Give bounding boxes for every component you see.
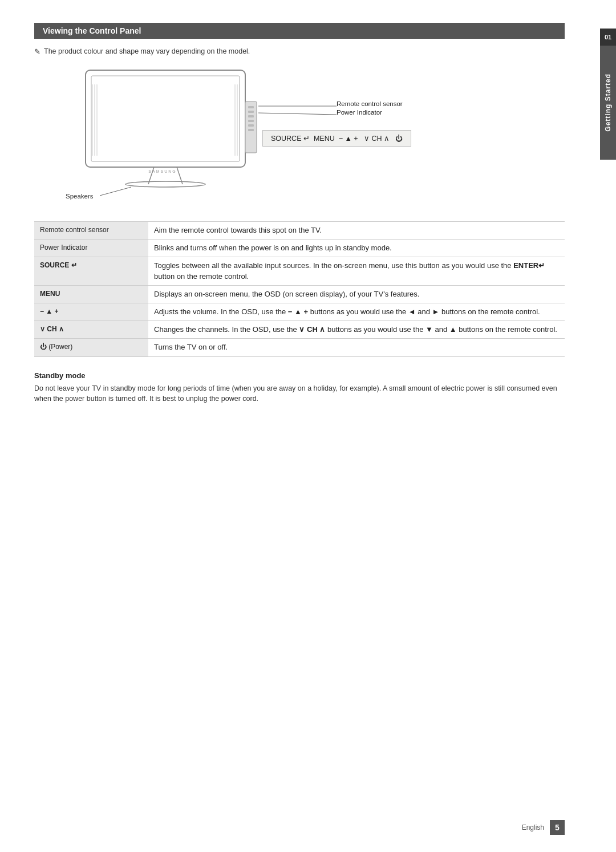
svg-rect-12	[248, 129, 254, 131]
table-cell-label: Remote control sensor	[34, 222, 148, 240]
table-row: ∨ CH ∧ Changes the channels. In the OSD,…	[34, 321, 565, 339]
section-title-bar: Viewing the Control Panel	[34, 23, 565, 39]
svg-rect-11	[248, 124, 254, 127]
table-row: − ▲ + Adjusts the volume. In the OSD, us…	[34, 303, 565, 320]
table-cell-desc: Changes the channels. In the OSD, use th…	[148, 321, 565, 339]
getting-started-tab: Getting Started	[600, 46, 616, 160]
svg-rect-6	[245, 102, 257, 153]
table-cell-desc: Adjusts the volume. In the OSD, use the …	[148, 303, 565, 320]
table-cell-desc: Turns the TV on or off.	[148, 339, 565, 356]
table-cell-label: SOURCE ↵	[34, 257, 148, 285]
speakers-label: Speakers	[66, 193, 94, 200]
svg-rect-7	[248, 106, 254, 108]
note-text: The product colour and shape may vary de…	[44, 47, 250, 55]
svg-rect-9	[248, 115, 254, 117]
sidebar-label: Getting Started	[604, 74, 612, 132]
standby-title: Standby mode	[34, 371, 565, 380]
table-row: MENU Displays an on-screen menu, the OSD…	[34, 285, 565, 303]
note-icon: ✎	[34, 47, 40, 56]
table-cell-desc: Blinks and turns off when the power is o…	[148, 240, 565, 257]
footer-page-number: 5	[550, 820, 565, 835]
svg-rect-8	[248, 111, 254, 113]
control-bar: SOURCE ↵ MENU − ▲ + ∨ CH ∧ ⏻	[262, 130, 411, 147]
section-title: Viewing the Control Panel	[43, 26, 141, 35]
table-row: Power Indicator Blinks and turns off whe…	[34, 240, 565, 257]
tv-diagram: SAMSUNG	[34, 64, 565, 213]
svg-rect-0	[86, 70, 245, 167]
table-cell-desc: Aim the remote control towards this spot…	[148, 222, 565, 240]
standby-text: Do not leave your TV in standby mode for…	[34, 383, 565, 405]
svg-rect-1	[91, 76, 240, 161]
table-cell-label: Power Indicator	[34, 240, 148, 257]
table-row: Remote control sensor Aim the remote con…	[34, 222, 565, 240]
table-cell-label: MENU	[34, 285, 148, 303]
standby-section: Standby mode Do not leave your TV in sta…	[34, 371, 565, 405]
note-line: ✎ The product colour and shape may vary …	[34, 47, 565, 56]
table-cell-desc: Toggles between all the available input …	[148, 257, 565, 285]
control-bar-text: SOURCE ↵ MENU − ▲ + ∨ CH ∧ ⏻	[271, 134, 403, 143]
main-content: Viewing the Control Panel ✎ The product …	[34, 23, 565, 404]
table-cell-label: ∨ CH ∧	[34, 321, 148, 339]
page-footer: English 5	[522, 820, 565, 835]
table-cell-label: ⏻ (Power)	[34, 339, 148, 356]
table-cell-desc: Displays an on-screen menu, the OSD (on …	[148, 285, 565, 303]
chapter-number: 01	[600, 29, 616, 46]
svg-rect-10	[248, 120, 254, 122]
power-indicator-label: Power Indicator	[337, 109, 382, 116]
remote-sensor-label: Remote control sensor	[337, 100, 403, 107]
footer-language: English	[522, 823, 544, 831]
svg-point-3	[125, 181, 205, 187]
table-row: ⏻ (Power) Turns the TV on or off.	[34, 339, 565, 356]
table-row: SOURCE ↵ Toggles between all the availab…	[34, 257, 565, 285]
info-table: Remote control sensor Aim the remote con…	[34, 221, 565, 357]
tv-illustration: SAMSUNG	[80, 64, 274, 190]
table-cell-label: − ▲ +	[34, 303, 148, 320]
